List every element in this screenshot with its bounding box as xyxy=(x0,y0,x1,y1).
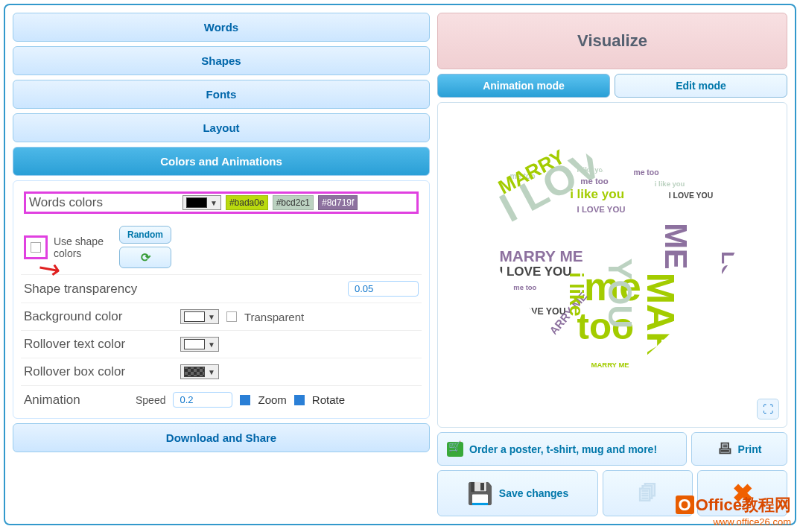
background-color-label: Background color xyxy=(24,309,173,324)
animation-speed-input[interactable] xyxy=(173,392,232,408)
words-colors-label: Words colors xyxy=(29,195,178,210)
words-color-picker[interactable]: ▼ xyxy=(182,195,221,210)
zoom-checkbox[interactable] xyxy=(240,395,250,405)
svg-text:MARRY ME: MARRY ME xyxy=(591,361,629,369)
svg-text:me too: me too xyxy=(633,168,658,176)
rollover-text-color-picker[interactable]: ▼ xyxy=(180,337,219,352)
heart-wordcloud: I LOVE MARRY me too ME me too LOVE YOU M… xyxy=(471,131,754,399)
svg-text:I LOVE YOU: I LOVE YOU xyxy=(684,321,695,378)
hex-swatch-2[interactable]: #bcd2c1 xyxy=(273,195,314,210)
tab-layout[interactable]: Layout xyxy=(13,113,430,142)
svg-text:I LOVE YOU: I LOVE YOU xyxy=(669,191,713,200)
tab-download-share[interactable]: Download and Share xyxy=(13,423,430,452)
copy-icon: 🗐 xyxy=(638,482,658,505)
svg-text:I LOVE YOU: I LOVE YOU xyxy=(577,204,626,213)
rotate-checkbox[interactable] xyxy=(294,395,305,405)
printer-icon: 🖶 xyxy=(717,440,732,457)
visualize-button[interactable]: Visualize xyxy=(437,13,787,69)
background-color-picker[interactable]: ▼ xyxy=(180,309,219,324)
watermark: OOffice教程网 www.office26.com xyxy=(676,494,791,528)
use-shape-colors-checkbox[interactable] xyxy=(31,242,41,253)
floppy-disk-icon: 💾 xyxy=(467,481,493,506)
svg-text:i like: i like xyxy=(565,272,588,316)
animation-label: Animation xyxy=(24,393,128,408)
print-button[interactable]: 🖶 Print xyxy=(691,432,787,466)
rollover-text-color-label: Rollover text color xyxy=(24,337,173,352)
colors-panel: Words colors ▼ #bada0e #bcd2c1 #8d719f U… xyxy=(13,180,430,419)
edit-mode-tab[interactable]: Edit mode xyxy=(615,74,787,98)
use-shape-colors-label: Use shape colors xyxy=(54,235,113,259)
rollover-box-color-picker[interactable]: ▼ xyxy=(180,364,219,379)
svg-text:me too: me too xyxy=(580,177,608,186)
tab-fonts[interactable]: Fonts xyxy=(13,80,430,109)
words-colors-highlight: Words colors ▼ #bada0e #bcd2c1 #8d719f xyxy=(24,191,419,214)
rollover-box-color-label: Rollover box color xyxy=(24,364,173,379)
print-label: Print xyxy=(738,443,762,455)
svg-text:i like you: i like you xyxy=(570,187,624,201)
refresh-colors-button[interactable]: ⟳ xyxy=(119,247,171,268)
svg-text:I LOVE YOU: I LOVE YOU xyxy=(499,265,571,279)
save-changes-button[interactable]: 💾 Save changes xyxy=(437,470,598,516)
svg-text:me too: me too xyxy=(698,300,729,393)
svg-text:me too: me too xyxy=(513,283,536,291)
hex-swatch-3[interactable]: #8d719f xyxy=(318,195,358,210)
order-button[interactable]: Order a poster, t-shirt, mug and more! xyxy=(437,432,687,466)
svg-text:i like you: i like you xyxy=(655,179,685,187)
fullscreen-icon[interactable]: ⛶ xyxy=(757,399,779,419)
tab-colors-animations[interactable]: Colors and Animations xyxy=(13,147,430,176)
shape-transparency-label: Shape transparency xyxy=(24,282,173,297)
order-label: Order a poster, t-shirt, mug and more! xyxy=(469,443,657,455)
cart-icon xyxy=(447,442,463,457)
hex-swatch-1[interactable]: #bada0e xyxy=(226,195,268,210)
random-button[interactable]: Random xyxy=(119,226,171,244)
svg-text:LOVE YOU: LOVE YOU xyxy=(717,251,741,360)
tab-words[interactable]: Words xyxy=(13,13,430,42)
rotate-label: Rotate xyxy=(312,393,345,406)
speed-label: Speed xyxy=(136,394,165,406)
svg-text:YOU: YOU xyxy=(602,258,638,328)
shape-transparency-input[interactable] xyxy=(348,281,419,297)
transparent-label: Transparent xyxy=(244,311,304,323)
animation-mode-tab[interactable]: Animation mode xyxy=(437,74,610,98)
svg-text:MARRY: MARRY xyxy=(639,272,682,399)
transparent-checkbox[interactable] xyxy=(226,311,237,322)
wordcloud-canvas[interactable]: I LOVE MARRY me too ME me too LOVE YOU M… xyxy=(437,102,787,428)
svg-text:MARRY ME: MARRY ME xyxy=(499,247,582,265)
tab-shapes[interactable]: Shapes xyxy=(13,46,430,75)
zoom-label: Zoom xyxy=(258,393,286,406)
svg-text:i like you: i like you xyxy=(577,165,608,173)
svg-text:ME: ME xyxy=(658,223,693,270)
save-label: Save changes xyxy=(499,487,568,499)
